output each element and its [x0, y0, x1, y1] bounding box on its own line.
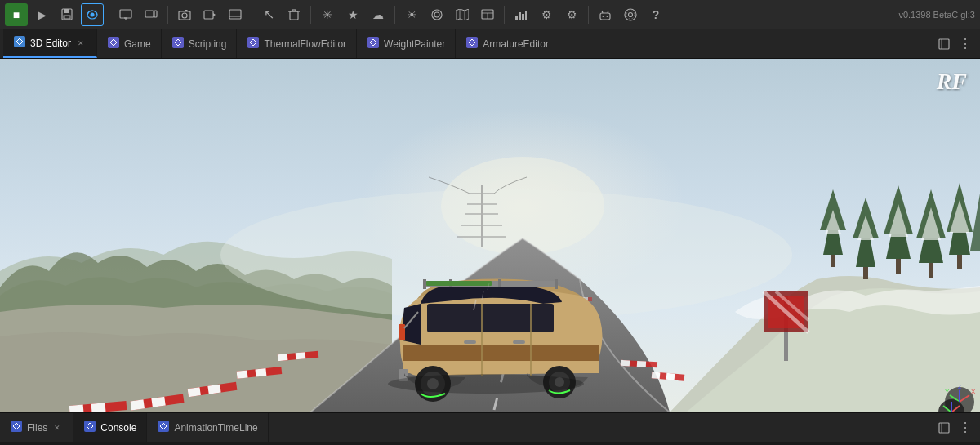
tab-scripting[interactable]: Scripting [162, 29, 238, 58]
tab-3d-editor-label: 3D Editor [30, 38, 71, 49]
svg-rect-45 [247, 37, 259, 48]
camera-button[interactable] [173, 3, 196, 26]
svg-rect-47 [466, 37, 478, 48]
stop-button[interactable]: ■ [5, 3, 28, 26]
svg-rect-61 [188, 387, 201, 397]
tab-thermal-flow[interactable]: ThermalFlowEditor [237, 29, 357, 58]
svg-rect-65 [151, 397, 165, 407]
sep6 [504, 6, 505, 24]
svg-rect-1 [64, 9, 69, 13]
star-button[interactable]: ★ [341, 3, 364, 26]
svg-rect-71 [637, 361, 646, 367]
svg-rect-34 [600, 13, 610, 20]
play-button[interactable]: ▶ [30, 3, 53, 26]
map-button[interactable] [451, 3, 474, 26]
svg-rect-15 [229, 10, 241, 19]
tab-3d-editor-close[interactable]: ✕ [75, 38, 87, 49]
svg-rect-155 [158, 421, 169, 432]
animation-icon [157, 420, 170, 435]
tabs-end: ⋮ [934, 29, 980, 58]
save-button[interactable] [56, 3, 78, 26]
sep5 [394, 6, 395, 24]
tab-weight-painter[interactable]: WeightPainter [357, 29, 456, 58]
bars-button[interactable] [510, 3, 532, 26]
rf-logo: RF [937, 69, 967, 95]
camera-eye-button[interactable] [81, 3, 104, 26]
tab-game-label: Game [124, 38, 151, 50]
svg-rect-64 [131, 399, 145, 410]
svg-rect-136 [464, 340, 476, 344]
svg-point-36 [607, 16, 608, 17]
svg-point-22 [432, 10, 442, 20]
tab-3d-editor[interactable]: 3D Editor ✕ [3, 29, 97, 58]
cloud-button[interactable]: ☁ [367, 3, 390, 26]
gear-button-2[interactable]: ⚙ [560, 3, 583, 26]
scene-svg: X Y Z [0, 59, 980, 412]
scripting-icon [172, 36, 185, 51]
svg-rect-121 [426, 281, 492, 286]
svg-rect-13 [204, 11, 213, 19]
bottom-tab-animation[interactable]: AnimationTimeLine [147, 413, 268, 442]
svg-rect-137 [513, 340, 525, 344]
bottom-files-label: Files [27, 422, 47, 434]
armature-icon [466, 36, 479, 51]
tab-game[interactable]: Game [97, 29, 162, 58]
tabs-row: 3D Editor ✕ Game Scripting ThermalFlowEd… [0, 29, 980, 59]
svg-rect-68 [91, 403, 106, 412]
brightness-button[interactable]: ☀ [400, 3, 423, 26]
svg-rect-62 [207, 385, 220, 394]
gear-button-1[interactable]: ⚙ [535, 3, 558, 26]
tab-menu-button[interactable]: ⋮ [957, 34, 973, 54]
monitor-button-1[interactable] [114, 3, 137, 26]
tab-armature-label: ArmatureEditor [483, 38, 549, 50]
tab-weight-label: WeightPainter [384, 38, 445, 50]
svg-text:X: X [971, 388, 976, 395]
trash-button[interactable] [283, 3, 305, 26]
svg-rect-70 [621, 360, 630, 367]
bottom-animation-label: AnimationTimeLine [174, 422, 257, 434]
spark-button[interactable]: ✳ [316, 3, 339, 26]
sep4 [310, 6, 311, 24]
svg-marker-24 [456, 9, 469, 20]
svg-rect-134 [399, 324, 405, 340]
cursor-button[interactable]: ↖ [257, 3, 280, 26]
svg-rect-42 [14, 36, 25, 47]
svg-rect-58 [237, 370, 248, 378]
files-tab-close[interactable]: ✕ [51, 422, 63, 434]
svg-point-138 [388, 374, 584, 394]
tab-thermal-label: ThermalFlowEditor [264, 38, 346, 50]
disk-button[interactable] [619, 3, 642, 26]
3d-editor-icon [13, 35, 26, 51]
screen2-button[interactable] [476, 3, 499, 26]
sep7 [588, 6, 589, 24]
tab-armature-editor[interactable]: ArmatureEditor [456, 29, 559, 58]
help-button[interactable]: ? [644, 3, 667, 26]
svg-rect-46 [368, 37, 379, 48]
tab-maximize-button[interactable] [934, 34, 954, 54]
svg-rect-30 [515, 16, 518, 20]
bottom-tab-console[interactable]: Console [74, 413, 147, 442]
sep1 [109, 6, 109, 24]
tab-scripting-label: Scripting [189, 38, 227, 50]
svg-text:Z: Z [958, 384, 962, 389]
dial-button[interactable] [425, 3, 448, 26]
screen-button[interactable] [224, 3, 247, 26]
svg-point-41 [626, 11, 635, 19]
android-button[interactable] [594, 3, 617, 26]
svg-rect-56 [296, 352, 306, 359]
svg-rect-73 [652, 372, 661, 379]
bottom-menu-button[interactable]: ⋮ [957, 418, 973, 438]
bottom-maximize-button[interactable] [934, 418, 954, 438]
svg-marker-14 [213, 13, 216, 16]
svg-point-4 [91, 12, 95, 16]
bottom-console-label: Console [100, 422, 136, 434]
film-button[interactable] [198, 3, 221, 26]
svg-rect-117 [423, 279, 426, 289]
svg-rect-55 [278, 354, 288, 361]
bottom-tab-files[interactable]: Files ✕ [0, 413, 74, 442]
console-icon [83, 420, 96, 435]
svg-rect-59 [255, 368, 266, 376]
thermal-icon [247, 36, 260, 51]
monitor-button-2[interactable] [140, 3, 163, 26]
top-toolbar: ■ ▶ ↖ ✳ ★ ☁ ☀ ⚙ ⚙ [0, 0, 980, 29]
